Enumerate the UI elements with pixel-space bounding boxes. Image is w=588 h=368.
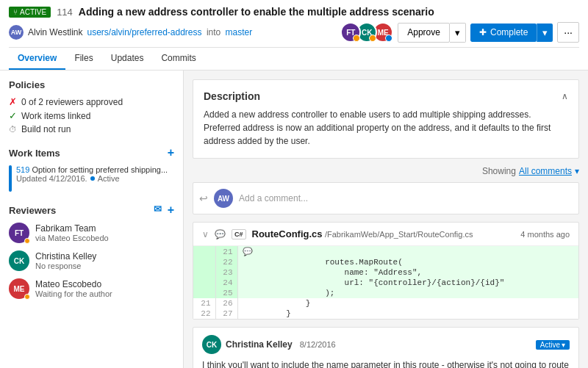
header: ⑂ ACTIVE 114 Adding a new address contro… bbox=[0, 0, 588, 71]
diff-row-5: 25 ); bbox=[193, 288, 578, 298]
diff-new-num-7: 27 bbox=[215, 309, 237, 319]
diff-old-num-6: 21 bbox=[193, 298, 215, 309]
filter-dropdown-icon[interactable]: ▾ bbox=[575, 166, 579, 176]
pr-number: 114 bbox=[57, 7, 73, 18]
tab-files[interactable]: Files bbox=[65, 48, 101, 70]
file-collapse-button[interactable]: ∨ bbox=[202, 229, 209, 239]
diff-comment-icon-4[interactable] bbox=[237, 278, 262, 288]
reviewers-actions: ✉ + bbox=[154, 203, 174, 217]
approve-dropdown-button[interactable]: ▾ bbox=[450, 23, 466, 43]
reviewer-badge-fabrikam bbox=[24, 238, 30, 244]
diff-comment-icon-5[interactable] bbox=[237, 288, 262, 298]
reply-icon: ↩ bbox=[199, 192, 208, 204]
diff-code-4: url: "{controller}/{action}/{id}" bbox=[262, 278, 578, 288]
diff-old-num-5 bbox=[193, 288, 215, 298]
file-name[interactable]: RouteConfig.cs bbox=[252, 228, 323, 239]
more-options-button[interactable]: ··· bbox=[557, 22, 579, 43]
diff-old-num-3 bbox=[193, 267, 215, 278]
description-header: Description ∧ bbox=[204, 90, 568, 102]
file-type-badge: C# bbox=[232, 229, 246, 239]
diff-comment-icon-3[interactable] bbox=[237, 267, 262, 278]
comment-input-row: ↩ AW Add a comment... bbox=[193, 182, 579, 214]
tab-overview[interactable]: Overview bbox=[9, 48, 65, 70]
comment-avatar-christina: CK bbox=[202, 335, 221, 354]
diff-code-5: ); bbox=[262, 288, 578, 298]
diff-comment-icon-7[interactable] bbox=[237, 309, 262, 319]
reviewer-mateo: ME Mateo Escobedo Waiting for the author bbox=[9, 278, 174, 299]
pr-title: Adding a new address controller to enabl… bbox=[79, 6, 579, 18]
diff-new-num-5: 25 bbox=[215, 288, 237, 298]
policies-title: Policies bbox=[9, 79, 174, 90]
work-item-title: Option for setting preferred shipping... bbox=[32, 165, 168, 174]
reviewer-christina: CK Christina Kelley No response bbox=[9, 250, 174, 271]
reviewer-badge-1 bbox=[353, 35, 360, 42]
reviewer-avatars: FT CK ME bbox=[340, 22, 393, 43]
work-item-id-title: 519 Option for setting preferred shippin… bbox=[16, 165, 168, 174]
reviewer-badge-3 bbox=[385, 35, 392, 42]
work-item-content: 519 Option for setting preferred shippin… bbox=[16, 165, 168, 183]
file-header: ∨ 💬 C# RouteConfig.cs /FabrikamWeb/App_S… bbox=[193, 223, 578, 246]
main-layout: Policies ✗ 0 of 2 reviewers approved ✓ W… bbox=[0, 71, 588, 368]
policy-reviewers: ✗ 0 of 2 reviewers approved bbox=[9, 96, 174, 107]
policies-section: Policies ✗ 0 of 2 reviewers approved ✓ W… bbox=[9, 79, 174, 134]
reviewer-avatar-fabrikam: FT bbox=[9, 223, 29, 243]
file-time: 4 months ago bbox=[520, 230, 570, 239]
all-comments-filter-link[interactable]: All comments bbox=[519, 166, 572, 176]
header-actions: FT CK ME Approve ▾ ✚ Complete bbox=[340, 22, 579, 43]
diff-comment-icon-1[interactable]: 💬 bbox=[237, 246, 262, 257]
complete-button[interactable]: ✚ Complete bbox=[470, 24, 537, 42]
add-work-item-button[interactable]: + bbox=[168, 146, 174, 159]
tab-commits[interactable]: Commits bbox=[152, 48, 204, 70]
diff-code-1 bbox=[262, 246, 578, 257]
sidebar: Policies ✗ 0 of 2 reviewers approved ✓ W… bbox=[0, 71, 184, 368]
diff-new-num-6: 26 bbox=[215, 298, 237, 309]
file-path: /FabrikamWeb/App_Start/RouteConfig.cs bbox=[325, 230, 473, 239]
work-item-meta: Updated 4/12/2016. Active bbox=[16, 174, 168, 183]
status-dropdown-icon: ▾ bbox=[562, 341, 565, 349]
comment-header-christina: CK Christina Kelley 8/12/2016 Active ▾ bbox=[202, 335, 570, 354]
reviewers-section: Reviewers ✉ + FT Fabrikam Team via Mateo… bbox=[9, 203, 174, 299]
diff-row-2: 22 routes.MapRoute( bbox=[193, 257, 578, 267]
file-comment-icon[interactable]: 💬 bbox=[215, 229, 226, 239]
reviewer-badge-2 bbox=[369, 35, 376, 42]
diff-comment-icon-2[interactable] bbox=[237, 257, 262, 267]
add-reviewer-button[interactable]: + bbox=[168, 203, 174, 217]
source-branch-link[interactable]: users/alvin/preferred-address bbox=[87, 27, 201, 37]
description-collapse-button[interactable]: ∧ bbox=[562, 91, 568, 101]
work-items-section: Work Items + 519 Option for setting pref… bbox=[9, 146, 174, 192]
current-user-avatar: AW bbox=[214, 189, 233, 208]
diff-code-7: } bbox=[262, 309, 578, 319]
check-icon: ✓ bbox=[9, 110, 17, 121]
comment-author-christina: CK Christina Kelley 8/12/2016 bbox=[202, 335, 336, 354]
work-item-id[interactable]: 519 bbox=[16, 165, 29, 174]
diff-row-7: 22 27 } bbox=[193, 309, 578, 319]
diff-row-4: 24 url: "{controller}/{action}/{id}" bbox=[193, 278, 578, 288]
reviewers-title: Reviewers ✉ + bbox=[9, 203, 174, 217]
branch-icon: ⑂ bbox=[13, 8, 18, 16]
diff-comment-icon-6[interactable] bbox=[237, 298, 262, 309]
description-text: Added a new address controller to enable… bbox=[204, 108, 568, 148]
approve-button[interactable]: Approve bbox=[398, 23, 450, 43]
tab-updates[interactable]: Updates bbox=[102, 48, 153, 70]
comment-status-badge[interactable]: Active ▾ bbox=[536, 340, 570, 350]
complete-dropdown-button[interactable]: ▾ bbox=[537, 24, 553, 42]
target-branch-link[interactable]: master bbox=[226, 27, 253, 37]
diff-new-num-1: 21 bbox=[215, 246, 237, 257]
reviewer-christina-info: Christina Kelley No response bbox=[35, 251, 174, 270]
comment-input-placeholder[interactable]: Add a comment... bbox=[239, 193, 308, 203]
diff-old-num-4 bbox=[193, 278, 215, 288]
file-header-left: ∨ 💬 C# RouteConfig.cs /FabrikamWeb/App_S… bbox=[202, 228, 473, 239]
content-area: Description ∧ Added a new address contro… bbox=[184, 71, 588, 368]
description-card: Description ∧ Added a new address contro… bbox=[193, 79, 579, 159]
diff-table: 21 💬 22 routes.MapRoute( 23 bbox=[193, 246, 578, 319]
email-reviewers-button[interactable]: ✉ bbox=[154, 203, 162, 217]
diff-new-num-2: 22 bbox=[215, 257, 237, 267]
description-title: Description bbox=[204, 90, 260, 102]
active-badge: ⑂ ACTIVE bbox=[9, 7, 51, 18]
reviewer-fabrikam: FT Fabrikam Team via Mateo Escobedo bbox=[9, 223, 174, 243]
reviewer-avatar-1: FT bbox=[340, 22, 361, 43]
diff-code-6: } bbox=[262, 298, 578, 309]
header-top-row: ⑂ ACTIVE 114 Adding a new address contro… bbox=[9, 6, 579, 22]
diff-row-3: 23 name: "Address", bbox=[193, 267, 578, 278]
work-items-title: Work Items + bbox=[9, 146, 174, 159]
